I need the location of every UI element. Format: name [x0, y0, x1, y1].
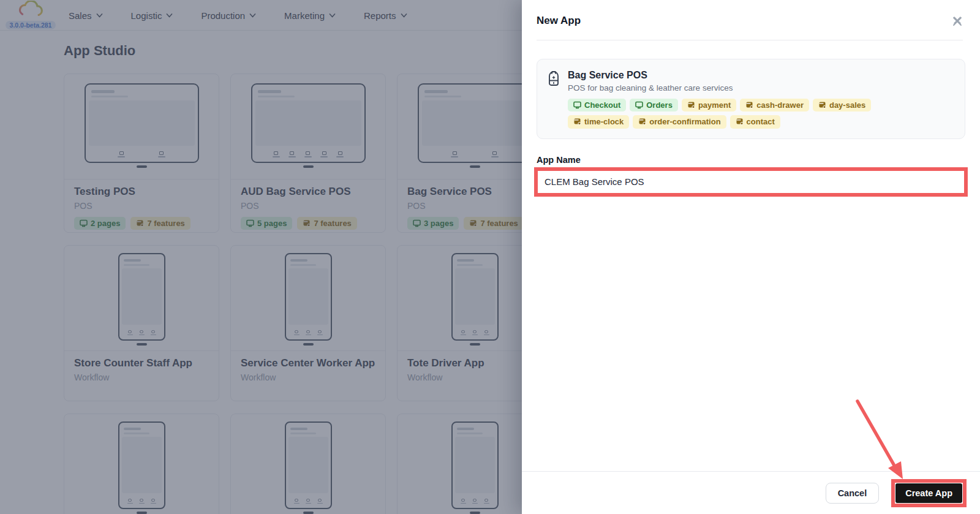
drawer-body: Bag Service POS POS for bag cleaning & l… — [522, 40, 980, 208]
tag-contact: contact — [730, 115, 780, 128]
annotation-highlight-create: Create App — [891, 479, 967, 507]
drawer-title: New App — [537, 15, 963, 27]
remove-template-icon[interactable] — [952, 15, 963, 26]
app-name-input[interactable] — [537, 170, 965, 194]
template-name: Bag Service POS — [568, 70, 911, 81]
wallet-icon — [818, 101, 826, 109]
wallet-icon — [745, 101, 753, 109]
app-name-label: App Name — [537, 155, 965, 165]
wallet-icon — [573, 118, 581, 126]
wallet-icon — [736, 118, 744, 126]
app-name-input-wrap — [537, 170, 965, 194]
cancel-button[interactable]: Cancel — [826, 483, 880, 504]
monitor-icon — [635, 101, 643, 109]
tag-time-clock: time-clock — [568, 115, 629, 128]
tag-cash-drawer: cash-drawer — [740, 99, 809, 111]
template-tags: Checkout Orders payment cash-drawer day-… — [568, 99, 911, 129]
monitor-icon — [573, 101, 581, 109]
selected-template-card: Bag Service POS POS for bag cleaning & l… — [537, 59, 965, 139]
tag-checkout: Checkout — [568, 99, 626, 111]
tag-orders: Orders — [630, 99, 678, 111]
wallet-icon — [638, 118, 646, 126]
wallet-icon — [687, 101, 695, 109]
tag-payment: payment — [682, 99, 736, 111]
template-description: POS for bag cleaning & leather care serv… — [568, 83, 911, 93]
tag-day-sales: day-sales — [813, 99, 871, 111]
backpack-icon — [547, 71, 560, 87]
drawer-header: New App — [522, 0, 980, 40]
create-app-button[interactable]: Create App — [895, 483, 962, 503]
new-app-drawer: New App Bag Service POS POS for bag clea… — [522, 0, 980, 514]
template-card-content: Bag Service POS POS for bag cleaning & l… — [568, 70, 911, 129]
drawer-footer: Cancel Create App — [522, 471, 980, 514]
tag-order-confirmation: order-confirmation — [633, 115, 726, 128]
drawer-divider — [537, 40, 963, 40]
